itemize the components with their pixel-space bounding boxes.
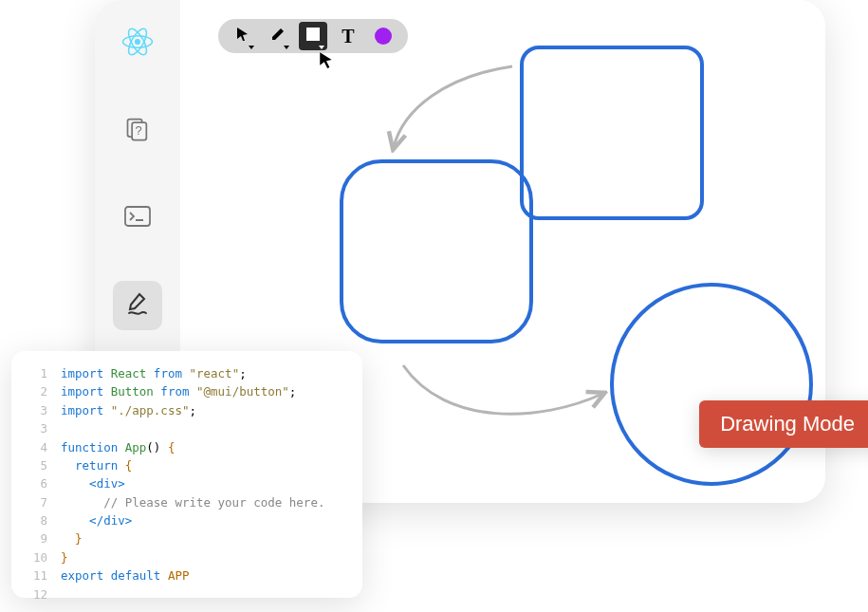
code-line: 1import React from "react"; — [27, 364, 347, 382]
code-line: 2import Button from "@mui/button"; — [27, 382, 347, 400]
code-line: 12 — [27, 585, 347, 603]
react-icon — [121, 26, 154, 62]
sidebar-item-help[interactable]: ? — [113, 106, 162, 156]
code-line: 8 </div> — [27, 511, 347, 529]
line-number: 11 — [27, 566, 47, 584]
svg-point-0 — [135, 39, 140, 45]
arrow-2 — [403, 365, 602, 414]
sidebar-item-terminal[interactable] — [113, 194, 162, 243]
line-number: 7 — [27, 493, 47, 511]
draw-icon — [123, 289, 152, 322]
code-content: import Button from "@mui/button"; — [61, 382, 296, 400]
code-line: 5 return { — [27, 456, 347, 474]
line-number: 1 — [27, 364, 47, 382]
code-content: } — [61, 548, 68, 566]
line-number: 10 — [27, 548, 47, 566]
line-number: 5 — [27, 456, 47, 474]
svg-rect-7 — [125, 207, 150, 226]
shape-circle — [612, 285, 811, 484]
line-number: 6 — [27, 474, 47, 492]
code-content: </div> — [61, 511, 132, 529]
line-number: 8 — [27, 511, 47, 529]
code-line: 10} — [27, 548, 347, 566]
arrow-1 — [394, 66, 512, 147]
sidebar-item-draw[interactable] — [113, 281, 162, 330]
terminal-icon — [124, 206, 151, 231]
shape-rounded-square-1 — [522, 47, 702, 218]
drawing-mode-badge: Drawing Mode — [699, 400, 868, 448]
code-content: function App() { — [61, 438, 175, 456]
line-number: 3 — [27, 401, 47, 419]
code-line: 4function App() { — [27, 438, 347, 456]
code-line: 7 // Please write your code here. — [27, 493, 347, 511]
badge-label: Drawing Mode — [720, 412, 855, 436]
line-number: 4 — [27, 438, 47, 456]
line-number: 2 — [27, 382, 47, 400]
code-content: <div> — [61, 474, 125, 492]
sidebar-item-logo[interactable] — [113, 19, 162, 68]
svg-text:?: ? — [136, 123, 142, 138]
code-content: import React from "react"; — [61, 364, 247, 382]
code-content: // Please write your code here. — [61, 493, 324, 511]
line-number: 3 — [27, 419, 47, 437]
code-line: 11export default APP — [27, 566, 347, 584]
code-editor[interactable]: 1import React from "react";2import Butto… — [11, 351, 362, 598]
code-content: } — [61, 529, 83, 547]
help-icon: ? — [124, 116, 151, 146]
code-line: 3 — [27, 419, 347, 437]
code-line: 6 <div> — [27, 474, 347, 492]
shape-rounded-square-2 — [342, 161, 531, 342]
line-number: 9 — [27, 529, 47, 547]
line-number: 12 — [27, 585, 47, 603]
code-content: export default APP — [61, 566, 189, 584]
code-content: import "./app.css"; — [61, 401, 196, 419]
code-line: 9 } — [27, 529, 347, 547]
code-content: return { — [61, 456, 132, 474]
code-line: 3import "./app.css"; — [27, 401, 347, 419]
